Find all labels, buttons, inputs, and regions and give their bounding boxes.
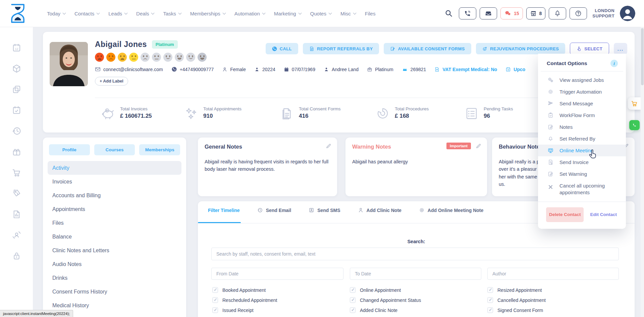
delete-contact-button[interactable]: Delete Contact bbox=[546, 207, 584, 222]
nav-item[interactable]: Files bbox=[365, 11, 376, 16]
profile-menu-item[interactable]: Balance bbox=[48, 230, 181, 244]
contact-email[interactable]: connect@clinicsoftware.com bbox=[95, 66, 163, 72]
satisfaction-emoji[interactable] bbox=[198, 53, 207, 62]
satisfaction-emoji[interactable] bbox=[106, 53, 115, 62]
checkbox-checked-icon[interactable] bbox=[487, 297, 493, 303]
nav-item[interactable]: Today bbox=[47, 11, 65, 16]
lock-icon[interactable] bbox=[12, 251, 21, 261]
menu-item-view-assigned-jobs[interactable]: View assigned Jobs bbox=[538, 74, 626, 86]
timeline-filter[interactable]: Rescheduled Appointment bbox=[212, 297, 277, 303]
basket-quick-button[interactable] bbox=[628, 97, 641, 110]
edit-warning-notes-icon[interactable] bbox=[476, 143, 482, 149]
checkbox-checked-icon[interactable] bbox=[212, 307, 218, 313]
vat-exempt-link[interactable]: VAT Exempt Medical: No bbox=[434, 67, 497, 72]
menu-item-online-meeting[interactable]: Online Meeting bbox=[538, 145, 626, 156]
reports-document-icon[interactable] bbox=[12, 209, 21, 219]
satisfaction-emoji[interactable] bbox=[118, 53, 127, 62]
tab-send-sms[interactable]: Send SMS bbox=[309, 207, 340, 213]
checkbox-checked-icon[interactable] bbox=[350, 287, 356, 293]
chat-messages-button[interactable]: 15 bbox=[500, 7, 523, 19]
menu-item-workflow-form[interactable]: WorkFlow Form bbox=[538, 109, 626, 121]
nav-item[interactable]: Marketing bbox=[274, 11, 301, 16]
menu-item-cancel-appointments[interactable]: Cancel all upcoming appointments bbox=[538, 180, 626, 198]
report-referrals-button[interactable]: REPORT REFERRALS BY bbox=[303, 43, 379, 54]
timeline-filter[interactable]: Changed Appointment Status bbox=[350, 297, 421, 303]
available-consent-forms-button[interactable]: AVAILABLE CONSENT FORMS bbox=[384, 43, 471, 54]
checkbox-checked-icon[interactable] bbox=[350, 297, 356, 303]
dialer-button[interactable] bbox=[459, 7, 476, 19]
nav-item[interactable]: Quotes bbox=[310, 11, 331, 16]
inbox-button[interactable] bbox=[480, 7, 497, 19]
menu-item-set-referred-by[interactable]: Set Referred By bbox=[538, 133, 626, 145]
menu-item-send-invoice[interactable]: Send Invoice bbox=[538, 156, 626, 168]
price-tag-icon[interactable] bbox=[12, 189, 21, 198]
satisfaction-emoji[interactable] bbox=[129, 53, 138, 62]
edit-contact-button[interactable]: Edit Contact bbox=[589, 207, 618, 222]
checkbox-checked-icon[interactable] bbox=[350, 307, 356, 313]
store-button[interactable]: 8 bbox=[526, 7, 546, 19]
timeline-filter[interactable]: Resized Appointment bbox=[487, 287, 546, 293]
help-button[interactable] bbox=[570, 7, 587, 19]
nav-item[interactable]: Misc bbox=[340, 11, 356, 16]
timeline-filter[interactable]: Online Appointment bbox=[350, 287, 421, 293]
satisfaction-emoji[interactable] bbox=[186, 53, 195, 62]
author-input[interactable] bbox=[487, 268, 619, 280]
clinicsoftware-logo[interactable] bbox=[9, 3, 26, 24]
profile-menu-item[interactable]: Files bbox=[48, 216, 181, 230]
booking-calendar-icon[interactable] bbox=[12, 105, 21, 115]
timeline-filter[interactable]: Issued Receipt bbox=[212, 307, 277, 313]
menu-item-send-message[interactable]: Send Message bbox=[538, 98, 626, 109]
checkbox-checked-icon[interactable] bbox=[212, 297, 218, 303]
tab-filter-timeline[interactable]: Filter Timeline bbox=[208, 208, 240, 213]
profile-menu-item[interactable]: Drinks bbox=[48, 271, 181, 285]
nav-item[interactable]: Deals bbox=[136, 11, 154, 16]
satisfaction-emoji[interactable] bbox=[175, 53, 184, 62]
timeline-filter[interactable]: Cancelled Appointment bbox=[487, 297, 546, 303]
profile-menu-item[interactable]: Audio Notes bbox=[48, 257, 181, 271]
timeline-filter[interactable]: Added Clinic Note bbox=[350, 307, 421, 313]
scrollbar-thumb[interactable] bbox=[641, 28, 644, 85]
menu-item-notes[interactable]: Notes bbox=[538, 121, 626, 133]
user-avatar[interactable] bbox=[620, 6, 635, 21]
tab-send-email[interactable]: Send Email bbox=[257, 207, 291, 213]
add-label-button[interactable]: + Add Label bbox=[95, 77, 128, 86]
menu-item-trigger-automation[interactable]: Trigger Automation bbox=[538, 86, 626, 98]
satisfaction-emoji[interactable] bbox=[163, 53, 172, 62]
timeline-filter[interactable]: Signed Consent Form bbox=[487, 307, 546, 313]
notifications-button[interactable] bbox=[549, 7, 566, 19]
satisfaction-emoji[interactable] bbox=[152, 53, 161, 62]
profile-menu-item[interactable]: Clinic Notes and Letters bbox=[48, 244, 181, 257]
tab-profile[interactable]: Profile bbox=[49, 144, 90, 155]
duplicate-icon[interactable] bbox=[12, 85, 21, 94]
whatsapp-quick-button[interactable] bbox=[629, 120, 640, 130]
info-icon[interactable]: i bbox=[610, 60, 618, 67]
profile-menu-item[interactable]: Activity bbox=[48, 161, 181, 175]
profile-menu-item[interactable]: Invoices bbox=[48, 175, 181, 189]
calendar-12-icon[interactable]: 12 bbox=[12, 43, 21, 53]
profile-menu-item[interactable]: Accounts and Billing bbox=[48, 189, 181, 202]
tab-add-online-meeting-note[interactable]: Add Online Meeting Note bbox=[419, 207, 483, 213]
nav-item[interactable]: Tasks bbox=[163, 11, 181, 16]
shopping-cart-icon[interactable] bbox=[12, 168, 21, 177]
upcoming-link[interactable]: 12Upco bbox=[505, 67, 525, 72]
tab-add-clinic-note[interactable]: Add Clinic Note bbox=[358, 207, 401, 213]
nav-item[interactable]: Memberships bbox=[190, 11, 225, 16]
profile-menu-item[interactable]: Appointments bbox=[48, 202, 181, 216]
history-clock-icon[interactable] bbox=[12, 126, 21, 136]
contact-phone[interactable]: +447490009777 bbox=[171, 66, 214, 72]
vertical-scrollbar[interactable] bbox=[641, 27, 644, 317]
call-button[interactable]: CALL bbox=[266, 43, 298, 54]
search-icon[interactable] bbox=[445, 9, 453, 17]
select-button[interactable]: SELECT bbox=[570, 43, 609, 55]
satisfaction-emoji[interactable] bbox=[141, 53, 150, 62]
gift-icon[interactable] bbox=[12, 147, 21, 157]
edit-general-notes-icon[interactable] bbox=[326, 143, 332, 149]
profile-menu-item[interactable]: Consent Forms History bbox=[48, 285, 181, 299]
rejuvenation-procedures-button[interactable]: REJUVENATION PROCEDURES bbox=[476, 43, 565, 54]
account-name[interactable]: LONDON SUPPORT bbox=[592, 8, 614, 19]
checkbox-checked-icon[interactable] bbox=[487, 287, 493, 293]
client-sync-icon[interactable] bbox=[12, 230, 21, 240]
from-date-input[interactable] bbox=[211, 268, 343, 280]
nav-item[interactable]: Leads bbox=[108, 11, 127, 16]
products-cube-icon[interactable] bbox=[12, 64, 21, 73]
